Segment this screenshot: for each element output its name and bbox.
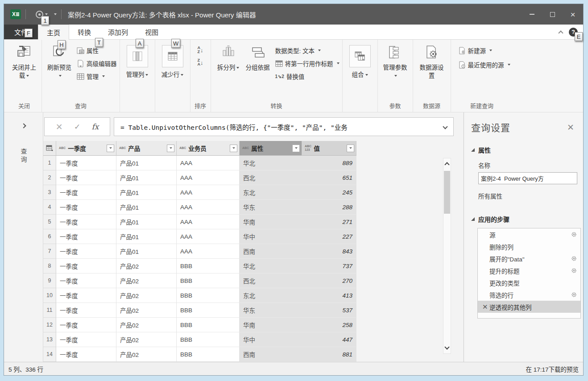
cell-attribute[interactable]: 华中 — [240, 332, 302, 347]
cell-salesperson[interactable]: BBB — [177, 303, 240, 318]
properties-section-header[interactable]: 属性 — [471, 145, 576, 154]
row-number[interactable]: 11 — [43, 303, 56, 318]
cell-attribute[interactable]: 西南 — [240, 244, 302, 259]
cell-value[interactable]: 447 — [302, 332, 356, 347]
cell-attribute[interactable]: 华南 — [240, 215, 302, 229]
cell-attribute[interactable]: 西南 — [240, 347, 302, 362]
cell-salesperson[interactable]: BBB — [177, 259, 240, 273]
cell-quarter[interactable]: 一季度 — [56, 156, 116, 170]
row-number[interactable]: 2 — [43, 170, 56, 185]
applied-steps-section-header[interactable]: 应用的步骤 — [471, 215, 576, 224]
datasource-settings-button[interactable]: 数据源设置 — [416, 42, 448, 79]
cell-value[interactable]: 737 — [302, 259, 356, 273]
cell-salesperson[interactable]: AAA — [177, 244, 240, 259]
cell-quarter[interactable]: 一季度 — [56, 244, 116, 259]
scroll-down-icon[interactable] — [443, 343, 451, 353]
vertical-scrollbar[interactable] — [443, 158, 451, 354]
cell-quarter[interactable]: 一季度 — [56, 273, 116, 288]
cell-salesperson[interactable]: AAA — [177, 185, 240, 200]
applied-step[interactable]: ✕ 源 — [478, 228, 580, 240]
column-filter-icon[interactable] — [107, 145, 114, 152]
sort-ascending-button[interactable]: AZ↓ — [198, 46, 203, 54]
column-filter-icon[interactable] — [230, 145, 237, 152]
column-filter-icon[interactable] — [167, 145, 174, 152]
cell-salesperson[interactable]: BBB — [177, 273, 240, 288]
column-filter-icon[interactable] — [292, 145, 300, 152]
applied-step[interactable]: ✕ 删除的列 — [478, 240, 580, 253]
cell-product[interactable]: 产品02 — [116, 332, 177, 347]
applied-step[interactable]: ✕ 更改的类型 — [478, 277, 580, 289]
row-number[interactable]: 4 — [43, 200, 56, 215]
step-settings-icon[interactable] — [571, 292, 577, 298]
row-number[interactable]: 12 — [43, 318, 56, 332]
queries-pane-expand-icon[interactable] — [21, 123, 26, 128]
row-number[interactable]: 8 — [43, 259, 56, 273]
panel-close-icon[interactable]: ✕ — [565, 122, 576, 133]
column-header[interactable]: ABC 属性 — [240, 141, 302, 156]
cell-value[interactable]: 413 — [302, 288, 356, 303]
tab-transform[interactable]: 转换 — [69, 25, 99, 39]
column-filter-icon[interactable] — [347, 145, 354, 152]
cell-salesperson[interactable]: AAA — [177, 200, 240, 215]
cell-value[interactable]: 537 — [302, 303, 356, 318]
cell-value[interactable]: 270 — [302, 273, 356, 288]
qat-dropdown-icon[interactable] — [45, 13, 48, 15]
minimize-button[interactable] — [522, 4, 542, 25]
cell-product[interactable]: 产品02 — [116, 288, 177, 303]
cell-salesperson[interactable]: BBB — [177, 347, 240, 362]
column-header[interactable]: ABC 业务员 — [177, 141, 240, 156]
cell-value[interactable]: 881 — [302, 347, 356, 362]
cell-attribute[interactable]: 华北 — [240, 259, 302, 273]
cell-quarter[interactable]: 一季度 — [56, 259, 116, 273]
scrollbar-thumb[interactable] — [444, 171, 450, 214]
row-number[interactable]: 1 — [43, 156, 56, 170]
cell-salesperson[interactable]: AAA — [177, 170, 240, 185]
applied-step[interactable]: ✕ 展开的"Data" — [478, 253, 580, 265]
formula-input[interactable]: = Table.UnpivotOtherColumns(筛选的行, {"一季度"… — [114, 117, 454, 136]
cell-attribute[interactable]: 华东 — [240, 303, 302, 318]
data-type-button[interactable]: 数据类型: 文本 — [275, 46, 340, 55]
column-header[interactable]: ABC 123 值 — [302, 141, 356, 156]
maximize-button[interactable] — [542, 4, 563, 25]
cell-quarter[interactable]: 一季度 — [56, 347, 116, 362]
scroll-up-icon[interactable] — [443, 158, 451, 169]
cell-salesperson[interactable]: BBB — [177, 288, 240, 303]
cell-product[interactable]: 产品01 — [116, 215, 177, 229]
cell-quarter[interactable]: 一季度 — [56, 318, 116, 332]
cell-quarter[interactable]: 一季度 — [56, 215, 116, 229]
delete-step-icon[interactable]: ✕ — [482, 303, 489, 311]
fx-icon[interactable]: fx — [91, 122, 99, 131]
qat-customize-icon[interactable] — [54, 13, 57, 15]
cell-salesperson[interactable]: AAA — [177, 215, 240, 229]
split-column-button[interactable]: 拆分列 — [214, 42, 243, 72]
step-settings-icon[interactable] — [571, 268, 577, 273]
tab-file[interactable]: 文件 — [4, 25, 38, 39]
reduce-rows-button[interactable]: 减少行 — [158, 42, 187, 79]
row-number[interactable]: 7 — [43, 244, 56, 259]
collapse-ribbon-icon[interactable] — [558, 30, 563, 35]
group-by-button[interactable]: 分组依据 — [243, 42, 273, 72]
cell-value[interactable]: 258 — [302, 318, 356, 332]
cell-value[interactable]: 288 — [302, 200, 356, 215]
all-properties-link[interactable]: 所有属性 — [478, 191, 576, 200]
queries-pane-vertical-label[interactable]: 查询 — [19, 148, 28, 164]
new-source-button[interactable]: 新建源 — [458, 46, 510, 55]
applied-step[interactable]: ✕ 提升的标题 — [478, 265, 580, 277]
cell-product[interactable]: 产品01 — [116, 200, 177, 215]
cell-product[interactable]: 产品02 — [116, 347, 177, 362]
cell-quarter[interactable]: 一季度 — [56, 288, 116, 303]
cell-attribute[interactable]: 东北 — [240, 185, 302, 200]
cell-attribute[interactable]: 西北 — [240, 170, 302, 185]
cell-value[interactable]: 843 — [302, 244, 356, 259]
cell-quarter[interactable]: 一季度 — [56, 303, 116, 318]
cell-quarter[interactable]: 一季度 — [56, 200, 116, 215]
cell-salesperson[interactable]: BBB — [177, 318, 240, 332]
cell-product[interactable]: 产品01 — [116, 185, 177, 200]
tab-home[interactable]: 主页 — [38, 25, 69, 40]
step-settings-icon[interactable] — [571, 232, 577, 237]
manage-button[interactable]: 管理 — [77, 72, 117, 81]
advanced-editor-button[interactable]: 高级编辑器 — [77, 59, 117, 68]
cell-product[interactable]: 产品01 — [116, 156, 177, 170]
cell-salesperson[interactable]: BBB — [177, 332, 240, 347]
cell-quarter[interactable]: 一季度 — [56, 170, 116, 185]
